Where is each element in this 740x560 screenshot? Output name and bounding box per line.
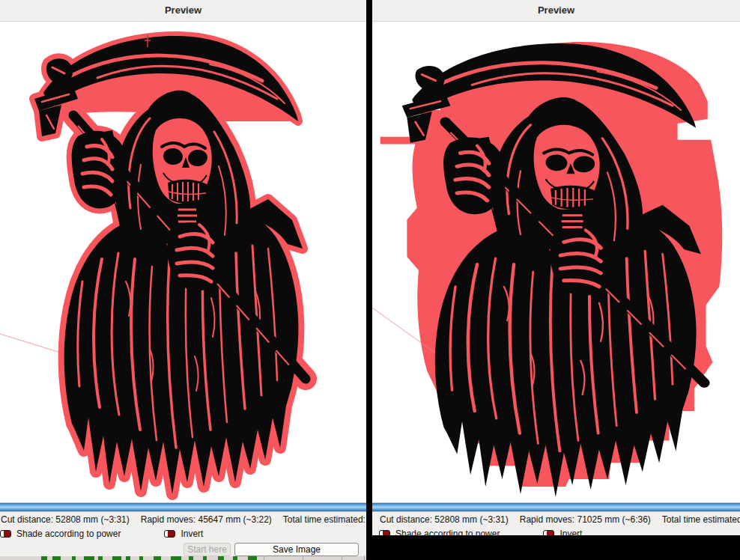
led-toggle-icon[interactable]	[0, 530, 11, 538]
preview-panel-right: Preview Cut distance: 52808 mm (~3:31) R…	[372, 0, 740, 560]
cut-distance-text: Cut distance: 52808 mm (~3:31)	[1, 514, 130, 525]
options-row: Shade according to power Invert	[0, 527, 366, 541]
invert-checkbox[interactable]: Invert	[164, 529, 203, 539]
panel-title: Preview	[0, 0, 366, 22]
save-image-button[interactable]: Save Image	[234, 543, 359, 556]
engraving-preview-tight-fill	[34, 36, 306, 494]
preview-canvas[interactable]	[372, 22, 740, 502]
status-bar: Cut distance: 52808 mm (~3:31) Rapid mov…	[372, 512, 740, 527]
total-time-text: Total time estimated: 10:07	[662, 514, 740, 525]
start-here-button[interactable]: Start here	[184, 543, 231, 556]
panel-footer: Cut distance: 52808 mm (~3:31) Rapid mov…	[0, 502, 366, 560]
preview-comparison-window: Preview Cut distance: 52808 mm (~3:31) R…	[0, 0, 740, 560]
total-time-text: Total time estimated: 6:53	[283, 514, 366, 525]
background-window-strip	[0, 556, 366, 560]
shade-checkbox-label[interactable]: Shade according to power	[16, 529, 121, 539]
cut-distance-text: Cut distance: 52808 mm (~3:31)	[380, 514, 509, 525]
rapid-moves-text: Rapid moves: 45647 mm (~3:22)	[141, 514, 272, 525]
panel-title: Preview	[372, 0, 740, 22]
progress-bar	[0, 503, 366, 512]
clipped-black-region	[372, 535, 740, 560]
status-bar: Cut distance: 52808 mm (~3:31) Rapid mov…	[0, 512, 366, 527]
shade-checkbox[interactable]: Shade according to power	[0, 529, 121, 539]
invert-checkbox-label[interactable]: Invert	[181, 529, 203, 539]
preview-canvas[interactable]	[0, 22, 366, 502]
led-toggle-icon[interactable]	[164, 530, 175, 538]
preview-panel-left: Preview Cut distance: 52808 mm (~3:31) R…	[0, 0, 366, 560]
rapid-moves-text: Rapid moves: 71025 mm (~6:36)	[520, 514, 651, 525]
progress-bar	[372, 503, 740, 512]
button-row: Start here Save Image	[0, 541, 366, 558]
